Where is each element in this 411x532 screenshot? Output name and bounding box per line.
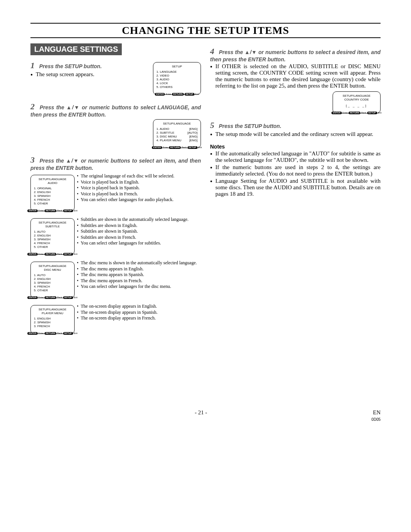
discmenu-descriptions: The disc menu is shown in the automatica… [77, 260, 197, 290]
osd-footer: ENTEREnter RETURNBack SETUPExit [32, 253, 73, 256]
notes-item: If the automatically selected language i… [210, 150, 381, 163]
discmenu-desc-item: The disc menu appears in English. [77, 266, 197, 272]
osd-audio-item: 2. ENGLISH [34, 190, 71, 194]
footer-enter-text: Enter [163, 146, 168, 149]
footer-back-text: Back [182, 146, 186, 149]
osd-subtitle-item: 4. FRENCH [34, 241, 71, 245]
footer-enter-text: Enter [38, 296, 44, 299]
osd-lang-row-l: 2. SUBTITLE [156, 131, 174, 135]
osd-subtitle-item: 1. AUTO [34, 230, 71, 234]
osd-discmenu-item: 1. AUTO [34, 273, 71, 277]
osd-lang-row-l: 1. AUDIO [156, 127, 169, 131]
audio-desc-item: Voice is played back in English. [77, 179, 174, 185]
footer-setup-pill: SETUP [63, 296, 73, 299]
osd-discmenu: SETUP/LANGUAGE DISC MENU 1. AUTO 2. ENGL… [30, 262, 75, 298]
footer-setup-text: Exit [74, 209, 78, 212]
step-2-number: 2 [30, 102, 35, 111]
footer-setup-text: Exit [74, 296, 78, 299]
step-1-body: The setup screen appears. [30, 71, 149, 78]
discmenu-desc-item: The disc menu appears in French. [77, 278, 197, 284]
osd-discmenu-title1: SETUP/LANGUAGE [34, 264, 71, 268]
osd-audio: SETUP/LANGUAGE AUDIO 1. ORIGINAL 2. ENGL… [30, 175, 75, 211]
footer-enter-pill: ENTER [152, 146, 162, 149]
footer-return-pill: RETURN [45, 332, 56, 335]
footer-return-pill: RETURN [169, 146, 181, 149]
page-title: CHANGING THE SETUP ITEMS [30, 23, 381, 38]
osd-discmenu-item: 4. FRENCH [34, 285, 71, 289]
osd-lang-row-r: [ENG] [189, 127, 198, 131]
osd-setup-item: 4. LOCK [156, 81, 198, 85]
subtitle-desc-item: You can select other languages for subti… [77, 240, 188, 246]
footer-enter-pill: ENTER [27, 209, 37, 212]
page-footer: - 21 - EN 0D05 [30, 409, 381, 422]
subtitle-desc-item: Subtitles are shown in English. [77, 223, 188, 229]
left-column: LANGUAGE SETTINGS 1 Press the SETUP butt… [30, 43, 201, 341]
step-3: 3 Press the ▲/▼ or numeric buttons to se… [30, 155, 201, 335]
osd-countrycode: SETUP/LANGUAGE COUNTRY CODE [_ _ _ _] EN… [333, 91, 381, 113]
audio-desc-item: Voice is played back in Spanish. [77, 185, 174, 191]
osd-country-input: [_ _ _ _] [336, 104, 377, 108]
discmenu-desc-item: The disc menu is shown in the automatica… [77, 260, 197, 266]
osd-playermenu-item: 2. SPANISH [34, 321, 71, 324]
osd-subtitle: SETUP/LANGUAGE SUBTITLE 1. AUTO 2. ENGLI… [30, 218, 75, 255]
osd-footer: ENTEREnter RETURNBack SETUPExit [335, 112, 379, 115]
footer-back-text: Back [57, 253, 62, 256]
subtitle-desc-item: Subtitles are shown in French. [77, 235, 188, 241]
footer-setup-pill: SETUP [188, 146, 198, 149]
osd-language: SETUP/LANGUAGE 1. AUDIO[ENG] 2. SUBTITLE… [153, 119, 201, 148]
subscreen-audio: SETUP/LANGUAGE AUDIO 1. ORIGINAL 2. ENGL… [30, 173, 201, 213]
osd-footer: ENTEREnter RETURNBack SETUPExit [32, 209, 73, 212]
osd-audio-item: 3. SPANISH [34, 194, 71, 198]
osd-playermenu-item: 1. ENGLISH [34, 317, 71, 321]
footer-setup-pill: SETUP [63, 209, 73, 212]
step-4-number: 4 [210, 46, 214, 56]
playermenu-desc-item: The on-screen display appears in English… [77, 304, 158, 310]
step-4-body: If OTHER is selected on the AUDIO, SUBTI… [210, 63, 381, 89]
footer-enter-text: Enter [38, 209, 44, 212]
playermenu-desc-item: The on-screen display appears in French. [77, 315, 158, 321]
osd-lang-row-r: [AUTO] [187, 131, 198, 135]
osd-lang-row-r: [ENG] [189, 135, 198, 139]
osd-playermenu-title1: SETUP/LANGUAGE [34, 308, 71, 312]
footer-back-text: Back [361, 112, 366, 115]
osd-audio-title1: SETUP/LANGUAGE [34, 177, 71, 181]
osd-footer: ENTEREnter RETURN SETUPExit [155, 93, 199, 96]
subtitle-descriptions: Subtitles are shown in the automatically… [77, 217, 188, 246]
notes-list: If the automatically selected language i… [210, 150, 381, 197]
osd-footer: ENTEREnter RETURNBack SETUPExit [32, 332, 73, 335]
section-heading: LANGUAGE SETTINGS [30, 43, 122, 55]
footer-enter-text: Enter [166, 93, 171, 96]
osd-country-title1: SETUP/LANGUAGE [336, 94, 377, 98]
step-5-heading: Press the SETUP button. [219, 123, 281, 129]
step-1-heading: Press the SETUP button. [39, 63, 102, 69]
footer-enter-pill: ENTER [155, 93, 165, 96]
footer-setup-text: Exit [74, 332, 78, 335]
osd-lang-row-l: 3. DISC MENU [156, 135, 177, 139]
step-1: 1 Press the SETUP button. The setup scre… [30, 61, 201, 96]
osd-setup-item: 1. LANGUAGE [156, 70, 198, 74]
discmenu-desc-item: The disc menu appears in Spanish. [77, 272, 197, 278]
footer-enter-pill: ENTER [27, 296, 37, 299]
osd-playermenu-item: 3. FRENCH [34, 324, 71, 328]
osd-setup-item: 2. VIDEO [156, 74, 198, 78]
step-5: 5 Press the SETUP button. The setup mode… [210, 120, 381, 137]
osd-lang-row-r: [ENG] [189, 139, 198, 142]
osd-subtitle-title2: SUBTITLE [34, 225, 71, 228]
footer-enter-pill: ENTER [27, 332, 37, 335]
osd-discmenu-item: 5. OTHER [34, 289, 71, 292]
step-2-heading: Press the ▲/▼ or numeric buttons to sele… [30, 104, 201, 118]
audio-desc-item: The original language of each disc will … [77, 173, 174, 179]
step-4-heading: Press the ▲/▼ or numeric buttons to sele… [210, 49, 381, 62]
subscreen-playermenu: SETUP/LANGUAGE PLAYER MENU 1. ENGLISH 2.… [30, 304, 201, 335]
subscreen-subtitle: SETUP/LANGUAGE SUBTITLE 1. AUTO 2. ENGLI… [30, 217, 201, 256]
subscreen-discmenu: SETUP/LANGUAGE DISC MENU 1. AUTO 2. ENGL… [30, 260, 201, 300]
footer-setup-pill: SETUP [63, 332, 73, 335]
playermenu-desc-item: The on-screen display appears in Spanish… [77, 310, 158, 316]
step-3-heading: Press the ▲/▼ or numeric buttons to sele… [30, 158, 201, 171]
osd-subtitle-item: 5. OTHER [34, 245, 71, 249]
notes-item: Language Setting for AUDIO and SUBTITLE … [210, 178, 381, 197]
osd-discmenu-item: 2. ENGLISH [34, 277, 71, 281]
audio-desc-item: Voice is played back in French. [77, 191, 174, 197]
step-4: 4 Press the ▲/▼ or numeric buttons to se… [210, 46, 381, 115]
osd-playermenu-title2: PLAYER MENU [34, 312, 71, 315]
